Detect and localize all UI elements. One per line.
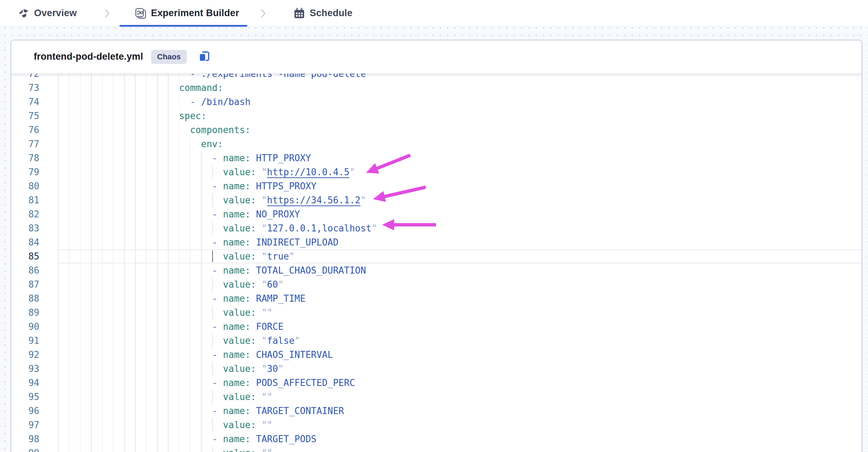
line-number: 81 — [15, 193, 39, 207]
code-line-90[interactable]: 90- name: FORCE — [11, 320, 862, 334]
indent-guide — [58, 263, 59, 277]
code-text: - name: TARGET_CONTAINER — [212, 404, 344, 418]
indent-guide — [201, 221, 202, 235]
indent-guide — [168, 418, 169, 432]
yaml-token-key: value — [223, 279, 250, 290]
indent-guide — [80, 306, 81, 320]
indent-guide — [146, 123, 147, 137]
code-line-83[interactable]: 83value: "127.0.0.1,localhost" — [11, 221, 862, 235]
code-line-91[interactable]: 91value: "false" — [11, 334, 862, 348]
indent-guide — [190, 418, 191, 432]
line-number: 77 — [15, 137, 39, 151]
indent-guide — [80, 81, 81, 95]
indent-guide — [124, 263, 125, 277]
indent-guide — [135, 235, 136, 249]
indent-guide — [124, 74, 125, 81]
code-line-98[interactable]: 98- name: TARGET_PODS — [11, 432, 862, 446]
yaml-link[interactable]: https://34.56.1.2 — [267, 195, 360, 205]
yaml-token-str: TARGET_PODS — [256, 434, 316, 444]
yaml-dash: - — [212, 349, 223, 360]
indent-guide — [157, 221, 158, 235]
indent-guide — [179, 165, 180, 179]
code-line-87[interactable]: 87value: "60" — [11, 277, 862, 291]
code-line-73[interactable]: 73command: — [11, 81, 862, 95]
indent-guide — [69, 291, 70, 306]
indent-guide — [113, 263, 114, 277]
indent-guide — [190, 362, 191, 376]
code-line-86[interactable]: 86- name: TOTAL_CHAOS_DURATION — [11, 263, 862, 277]
code-line-85[interactable]: 85value: "true" — [11, 249, 862, 263]
indent-guide — [135, 81, 136, 95]
yaml-link[interactable]: http://10.0.4.5 — [267, 167, 350, 177]
indent-guide — [80, 221, 81, 235]
indent-guide — [201, 235, 202, 249]
code-text: - name: HTTP_PROXY — [212, 151, 311, 165]
code-line-99[interactable]: 99value: "" — [11, 446, 862, 452]
code-line-77[interactable]: 77env: — [11, 137, 862, 151]
yaml-token-colon: : — [250, 167, 256, 177]
indent-guide — [124, 320, 125, 334]
code-line-94[interactable]: 94- name: PODS_AFFECTED_PERC — [11, 376, 862, 390]
indent-guide — [91, 221, 92, 235]
indent-guide — [179, 334, 180, 348]
yaml-token-key: value — [223, 392, 250, 402]
yaml-token-str: PODS_AFFECTED_PERC — [256, 378, 355, 388]
code-line-72[interactable]: 72- ./experiments -name pod-delete — [11, 74, 862, 81]
indent-guide — [135, 165, 136, 179]
yaml-token-key: value — [223, 251, 250, 262]
tab-overview[interactable]: Overview — [18, 7, 77, 19]
indent-guide — [80, 446, 81, 452]
chaos-pinwheel-icon — [18, 7, 30, 19]
copy-button[interactable] — [198, 50, 211, 64]
code-line-79[interactable]: 79value: "http://10.0.4.5" — [11, 165, 862, 179]
tab-schedule[interactable]: Schedule — [293, 7, 353, 19]
code-line-84[interactable]: 84- name: INDIRECT_UPLOAD — [11, 235, 862, 249]
yaml-token-colon: : — [245, 237, 250, 248]
code-line-76[interactable]: 76components: — [11, 123, 862, 137]
text-cursor-caret — [212, 251, 213, 262]
code-line-74[interactable]: 74- /bin/bash — [11, 95, 862, 109]
indent-guide — [146, 390, 147, 404]
code-line-97[interactable]: 97value: "" — [11, 418, 862, 432]
yaml-token-str: TARGET_CONTAINER — [256, 406, 344, 416]
indent-guide — [190, 376, 191, 390]
code-line-88[interactable]: 88- name: RAMP_TIME — [11, 291, 862, 306]
indent-guide — [113, 235, 114, 249]
indent-guide — [212, 193, 213, 207]
yaml-token-q: " — [261, 279, 267, 290]
indent-guide — [135, 109, 136, 123]
indent-guide — [58, 137, 59, 151]
indent-guide — [102, 193, 103, 207]
code-line-96[interactable]: 96- name: TARGET_CONTAINER — [11, 404, 862, 418]
indent-guide — [113, 207, 114, 221]
indent-guide — [212, 418, 213, 432]
indent-guide — [58, 362, 59, 376]
indent-guide — [179, 123, 180, 137]
indent-guide — [69, 95, 70, 109]
indent-guide — [146, 165, 147, 179]
code-line-81[interactable]: 81value: "https://34.56.1.2" — [11, 193, 862, 207]
code-line-93[interactable]: 93value: "30" — [11, 362, 862, 376]
indent-guide — [124, 207, 125, 221]
indent-guide — [80, 74, 81, 81]
code-line-92[interactable]: 92- name: CHAOS_INTERVAL — [11, 348, 862, 362]
indent-guide — [157, 74, 158, 81]
indent-guide — [157, 95, 158, 109]
indent-guide — [80, 362, 81, 376]
line-number: 74 — [15, 95, 39, 109]
indent-guide — [80, 404, 81, 418]
code-line-82[interactable]: 82- name: NO_PROXY — [11, 207, 862, 221]
indent-guide — [201, 263, 202, 277]
yaml-token-q: " — [261, 392, 267, 402]
code-line-95[interactable]: 95value: "" — [11, 390, 862, 404]
code-line-78[interactable]: 78- name: HTTP_PROXY — [11, 151, 862, 165]
indent-guide — [113, 123, 114, 137]
yaml-token-colon: : — [245, 406, 250, 416]
yaml-token-colon: : — [245, 181, 250, 191]
code-line-80[interactable]: 80- name: HTTPS_PROXY — [11, 179, 862, 193]
code-line-89[interactable]: 89value: "" — [11, 306, 862, 320]
tab-experiment-builder[interactable]: Experiment Builder — [135, 7, 239, 19]
yaml-token-key: name — [223, 378, 245, 388]
code-line-75[interactable]: 75spec: — [11, 109, 862, 123]
yaml-editor[interactable]: 72- ./experiments -name pod-delete73comm… — [11, 74, 862, 452]
